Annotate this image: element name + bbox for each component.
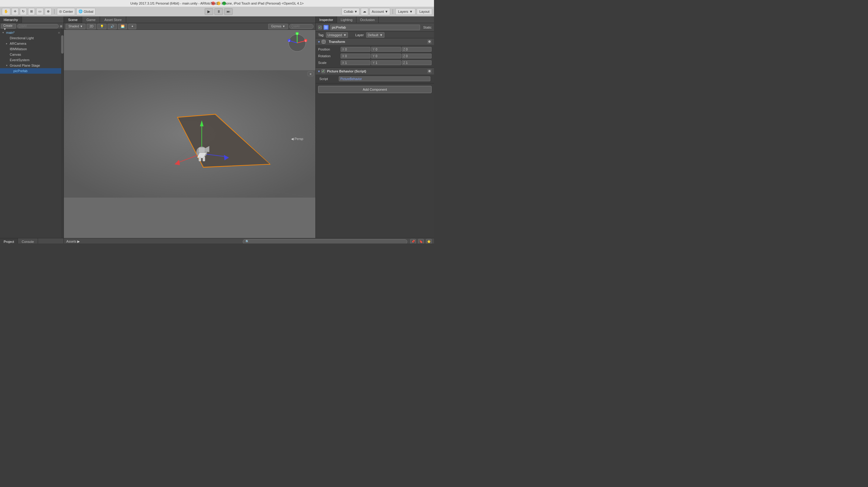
- scale-x-field[interactable]: X 1: [341, 60, 370, 65]
- sound-button[interactable]: 🔊: [108, 24, 117, 29]
- play-button[interactable]: ▶: [205, 8, 213, 15]
- rotate-tool[interactable]: ↻: [20, 8, 27, 15]
- global-icon: 🌐: [79, 9, 83, 13]
- object-type-icon: [323, 25, 329, 30]
- tag-dropdown[interactable]: Untagged ▼: [326, 32, 348, 38]
- project-search-input[interactable]: [243, 239, 407, 244]
- hierarchy-tab[interactable]: Hierarchy: [0, 17, 22, 23]
- move-tool[interactable]: ✛: [11, 8, 19, 15]
- game-tab[interactable]: Game: [82, 17, 100, 23]
- rect-tool[interactable]: ▭: [36, 8, 43, 15]
- rotation-xyz: X 0 Y 0 Z 0: [341, 54, 432, 58]
- scene-view[interactable]: ◀ Persp ✕ X Y: [64, 30, 315, 238]
- layer-label: Layer: [355, 33, 364, 37]
- scene-gizmo[interactable]: X Y Z: [286, 32, 308, 54]
- 2d-button[interactable]: 2D: [87, 24, 96, 29]
- script-collapse-icon: ▾: [318, 70, 320, 73]
- scene-tab[interactable]: Scene: [64, 17, 82, 23]
- object-active-checkbox[interactable]: ✓: [318, 26, 322, 29]
- toolbar-right: Collab ▼ ☁ Account ▼ Layers ▼ Layout: [342, 8, 432, 15]
- transform-collapse-icon: ▾: [318, 40, 320, 44]
- layout-dropdown[interactable]: Layout: [417, 8, 432, 15]
- main-icon: ≡: [58, 31, 61, 34]
- sky-button[interactable]: 🌅: [118, 24, 127, 29]
- shading-chevron: ▼: [80, 25, 83, 28]
- gizmos-dropdown[interactable]: Gizmos ▼: [268, 24, 288, 29]
- transform-settings-icon[interactable]: ⚙: [427, 39, 432, 44]
- hier-item-canvas[interactable]: Canvas: [0, 52, 61, 57]
- hierarchy-scrollbar[interactable]: [61, 29, 64, 238]
- script-settings-icon[interactable]: ⚙: [427, 69, 432, 74]
- project-pin-btn[interactable]: 📌: [410, 239, 416, 244]
- rotation-row: Rotation X 0 Y 0 Z: [318, 53, 432, 59]
- layer-dropdown[interactable]: Default ▼: [366, 32, 384, 38]
- inspector-scroll-area: ▾ Transform ⚙ Position X 0: [316, 38, 434, 238]
- script-value[interactable]: PictureBehavior: [339, 77, 430, 81]
- inspector-tabs: Inspector Lighting Occlusion: [316, 17, 434, 23]
- project-tab-console[interactable]: Console: [18, 238, 38, 244]
- layout-label: Layout: [420, 10, 429, 13]
- svg-text:X: X: [305, 39, 307, 42]
- titlebar: Unity 2017.3.1f1 Personal (64bit) - main…: [0, 0, 434, 7]
- pause-button[interactable]: ⏸: [214, 8, 223, 15]
- project-tab-project[interactable]: Project: [0, 238, 18, 244]
- hier-item-picprefab[interactable]: picPrefab: [0, 68, 61, 74]
- center-label: Center: [63, 10, 73, 13]
- rotation-y-field[interactable]: Y 0: [371, 54, 401, 58]
- effects-button[interactable]: ✦: [128, 24, 136, 29]
- account-label: Account ▼: [372, 10, 388, 13]
- script-section-header[interactable]: ▾ ✓ Picture Behavior (Script) ⚙: [316, 68, 434, 75]
- add-component-button[interactable]: Add Component: [318, 86, 432, 93]
- rotation-z-field[interactable]: Z 0: [402, 54, 432, 58]
- collab-label: Collab ▼: [344, 10, 358, 13]
- project-filter-btn[interactable]: 🔖: [418, 239, 424, 244]
- scale-y-field[interactable]: Y 1: [371, 60, 401, 65]
- global-button[interactable]: 🌐 Global: [76, 8, 95, 15]
- layer-chevron: ▼: [379, 33, 383, 37]
- position-x-field[interactable]: X 0: [341, 47, 370, 52]
- hier-item-directional-light[interactable]: Directional Light: [0, 35, 61, 41]
- script-section-body: Script PictureBehavior: [316, 75, 434, 83]
- cloud-button[interactable]: ☁: [361, 8, 368, 15]
- step-button[interactable]: ⏭: [224, 8, 232, 15]
- layers-dropdown[interactable]: Layers ▼: [395, 8, 415, 15]
- position-z-field[interactable]: Z 0: [402, 47, 432, 52]
- inspector-tab-occlusion[interactable]: Occlusion: [356, 17, 379, 23]
- scale-z-field[interactable]: Z 1: [402, 60, 432, 65]
- hierarchy-options-icon[interactable]: ≡: [60, 24, 62, 29]
- scale-xyz: X 1 Y 1 Z 1: [341, 60, 432, 65]
- hierarchy-scrollthumb[interactable]: [61, 35, 64, 54]
- hier-item-groundplane[interactable]: ▾ Ground Plane Stage: [0, 63, 61, 68]
- rotation-x-field[interactable]: X 0: [341, 54, 370, 58]
- hier-item-ibmwatson[interactable]: IBMWatson: [0, 46, 61, 52]
- scene-search[interactable]: [289, 24, 314, 29]
- shading-dropdown[interactable]: Shaded ▼: [66, 24, 86, 29]
- hier-item-main[interactable]: ▾ main* ≡: [0, 30, 61, 35]
- hier-item-arcamera[interactable]: ▸ ARCamera: [0, 41, 61, 46]
- project-main: Assets ▶ 📌 🔖 ⭐ C# DeployS... Editor: [64, 238, 434, 244]
- inspector-tab-lighting[interactable]: Lighting: [337, 17, 356, 23]
- scene-canvas: ◀ Persp ✕: [64, 30, 315, 238]
- script-active-checkbox[interactable]: ✓: [321, 69, 325, 73]
- window-title: Unity 2017.3.1f1 Personal (64bit) - main…: [130, 2, 304, 5]
- asset-store-tab[interactable]: Asset Store: [100, 17, 126, 23]
- object-name-field[interactable]: [330, 25, 420, 30]
- hierarchy-list: ▾ main* ≡ Directional Light ▸ ARCamera I…: [0, 29, 61, 238]
- account-button[interactable]: Account ▼: [370, 8, 390, 15]
- transform-section-header[interactable]: ▾ Transform ⚙: [316, 38, 434, 45]
- hand-tool[interactable]: ✋: [2, 8, 10, 15]
- project-star-btn[interactable]: ⭐: [426, 239, 432, 244]
- script-row: Script PictureBehavior: [318, 76, 432, 82]
- position-y-field[interactable]: Y 0: [371, 47, 401, 52]
- hierarchy-search[interactable]: [17, 24, 59, 28]
- hierarchy-create-btn[interactable]: Create ▼: [1, 24, 16, 29]
- scale-tool[interactable]: ⊞: [28, 8, 35, 15]
- center-button[interactable]: ◎ Center: [57, 8, 75, 15]
- collab-button[interactable]: Collab ▼: [342, 8, 360, 15]
- lights-button[interactable]: 💡: [97, 24, 106, 29]
- main-toolbar: ✋ ✛ ↻ ⊞ ▭ ⊕ ◎ Center 🌐 Global ▶ ⏸ ⏭ Coll…: [0, 7, 434, 17]
- transform-tool[interactable]: ⊕: [45, 8, 52, 15]
- script-title: Picture Behavior (Script): [327, 69, 366, 73]
- inspector-tab-inspector[interactable]: Inspector: [316, 17, 337, 23]
- hier-item-eventsystem[interactable]: EventSystem: [0, 57, 61, 63]
